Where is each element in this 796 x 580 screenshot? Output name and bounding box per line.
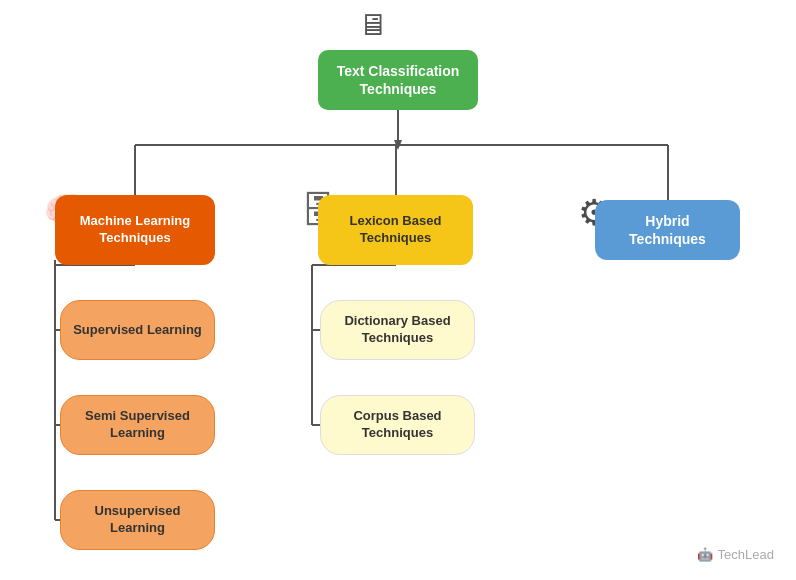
monitor-icon: 🖥 [358,8,388,42]
semi-supervised-node: Semi Supervised Learning [60,395,215,455]
ml-label: Machine Learning Techniques [67,213,203,247]
watermark-icon: 🤖 [697,547,713,562]
hybrid-node: Hybrid Techniques [595,200,740,260]
lexicon-label: Lexicon Based Techniques [330,213,461,247]
corpus-node: Corpus Based Techniques [320,395,475,455]
semi-label: Semi Supervised Learning [73,408,202,442]
supervised-label: Supervised Learning [73,322,202,339]
root-label: Text Classification Techniques [330,62,466,98]
unsupervised-node: Unsupervised Learning [60,490,215,550]
watermark-text: TechLead [718,547,774,562]
ml-node: Machine Learning Techniques [55,195,215,265]
hybrid-label: Hybrid Techniques [607,212,728,248]
svg-marker-5 [394,140,402,150]
supervised-node: Supervised Learning [60,300,215,360]
diagram-container: 🖥 Text Classification Techniques 🧠 Machi… [0,0,796,580]
root-node: Text Classification Techniques [318,50,478,110]
lexicon-node: Lexicon Based Techniques [318,195,473,265]
corpus-label: Corpus Based Techniques [333,408,462,442]
watermark: 🤖 TechLead [697,547,774,562]
dictionary-label: Dictionary Based Techniques [333,313,462,347]
dictionary-node: Dictionary Based Techniques [320,300,475,360]
unsupervised-label: Unsupervised Learning [73,503,202,537]
